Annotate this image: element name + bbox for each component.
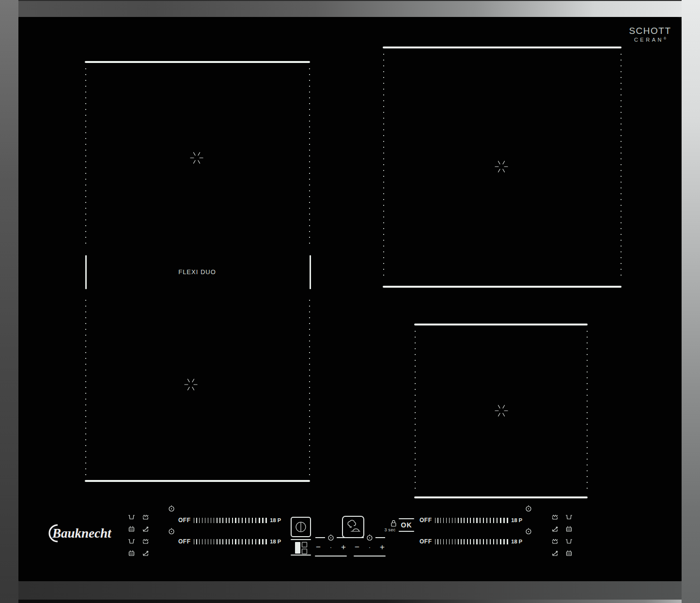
zone-outline-line [85,61,310,63]
residual-heat-star-icon [184,377,198,392]
ok-button-label: OK [399,519,414,531]
pot-icon[interactable] [127,513,135,521]
timer-clock-icon [168,505,175,512]
cooktop-photo: SCHOTT CERAN® FLEXI DUO [0,0,700,603]
timer-clock-icon [525,505,532,512]
zone-dotted-edge [85,300,86,477]
frame-right-edge [682,0,700,603]
flexi-bridge-mark [85,255,87,289]
timer-line [315,556,347,557]
power-slider-right-rear[interactable]: OFF 18 P [420,516,522,524]
slider-max-label: 18 P [270,517,281,523]
slider-tick-scale[interactable] [435,517,509,523]
boil-icon[interactable] [551,537,559,545]
melt-icon[interactable] [551,549,559,557]
zone-dotted-edge [85,68,86,245]
zone-dotted-edge [415,331,416,492]
timer-plus-button[interactable]: + [341,543,346,551]
zone-dotted-edge [621,54,622,280]
zone-outline-line [383,46,622,48]
residual-heat-star-icon [494,159,509,174]
power-button[interactable] [291,517,311,537]
key-lock-icon [390,520,397,527]
slider-off-label: OFF [178,517,191,524]
grill-icon[interactable] [127,549,135,557]
schott-ceran-logo: SCHOTT CERAN® [625,26,675,43]
slider-tick-scale[interactable] [435,539,509,544]
power-icon [294,520,308,534]
flexi-bridge-icon [302,542,307,554]
left-preset-icon-grid [127,513,149,557]
melt-icon[interactable] [551,525,559,533]
frame-left-edge [0,0,18,603]
grill-icon[interactable] [565,549,573,557]
slider-max-label: 18 P [511,539,522,544]
ok-button[interactable]: OK [399,518,414,532]
boil-icon[interactable] [551,513,559,521]
schott-logo-text: SCHOTT [625,26,675,36]
boil-icon[interactable] [141,513,149,521]
timer-dot: · [330,544,332,550]
residual-heat-star-icon [189,151,204,165]
timer-clock-icon [168,528,175,535]
zone-outline-line [414,496,588,498]
timer-line [354,537,364,538]
timer-minus-button[interactable]: − [316,543,321,551]
melt-icon[interactable] [141,549,149,557]
grill-icon[interactable] [127,525,135,533]
slider-off-label: OFF [178,538,191,545]
timer-clock-icon [525,528,532,535]
timer-line [315,537,325,538]
chef-assist-icon [345,519,361,535]
zone-dotted-edge [309,300,310,477]
power-slider-left-front[interactable]: OFF 18 P [178,538,281,545]
frame-top-edge [0,0,700,17]
flexi-button-line [291,555,311,556]
power-slider-left-rear[interactable]: OFF 18 P [178,516,281,524]
melt-icon[interactable] [141,525,149,533]
pot-icon[interactable] [565,537,573,545]
pot-icon[interactable] [565,513,573,521]
slider-tick-scale[interactable] [194,539,267,544]
ceramic-glass-surface: SCHOTT CERAN® FLEXI DUO [18,17,682,581]
power-slider-right-front[interactable]: OFF 18 P [420,538,522,545]
timer-control-right: − · + [351,534,388,557]
timer-line [354,556,386,557]
zone-outline-line [85,480,310,482]
timer-clock-icon [366,534,373,541]
slider-max-label: 18 P [511,517,522,523]
zone-dotted-edge [309,68,310,245]
slider-tick-scale[interactable] [194,517,267,523]
flexi-button-line [291,539,311,540]
frame-bottom-edge [0,581,700,603]
zone-dotted-edge [383,54,384,280]
timer-control-left: − · + [312,534,349,557]
right-preset-icon-grid [551,513,573,557]
bauknecht-logo: Bauknecht [42,523,119,544]
flexi-duo-label: FLEXI DUO [158,268,236,276]
zone-dotted-edge [587,331,588,492]
slider-off-label: OFF [420,517,432,524]
zone-outline-line [414,324,588,325]
flexi-bridge-button[interactable] [291,541,311,554]
boil-icon[interactable] [141,537,149,545]
timer-clock-icon [327,534,334,541]
flexi-bridge-icon [295,542,300,554]
pot-icon[interactable] [127,537,135,545]
timer-plus-button[interactable]: + [380,543,385,551]
slider-max-label: 18 P [270,539,281,544]
timer-minus-button[interactable]: − [355,543,359,551]
slider-off-label: OFF [420,538,432,545]
grill-icon[interactable] [565,525,573,533]
timer-dot: · [369,544,371,550]
ceran-logo-text: CERAN® [625,37,675,43]
residual-heat-star-icon [494,403,509,418]
ok-button-line [399,531,414,532]
registered-mark: ® [664,37,666,40]
lock-hold-label: 3 sec [383,527,397,532]
flexi-bridge-mark [310,255,311,289]
timer-line [337,537,346,538]
zone-outline-line [383,286,622,288]
timer-line [375,537,385,538]
bauknecht-logo-text: Bauknecht [52,526,112,541]
